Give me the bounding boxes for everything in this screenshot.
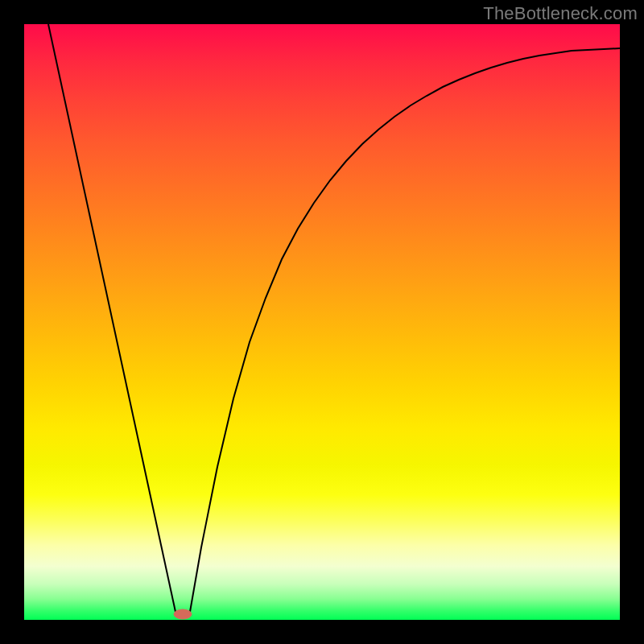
chart-frame: TheBottleneck.com [0, 0, 644, 644]
curve-right-branch [190, 48, 620, 612]
plot-area [24, 24, 620, 620]
curve-left-branch [48, 24, 175, 612]
watermark-text: TheBottleneck.com [483, 3, 638, 24]
trough-marker [174, 609, 192, 619]
chart-svg [24, 24, 620, 620]
